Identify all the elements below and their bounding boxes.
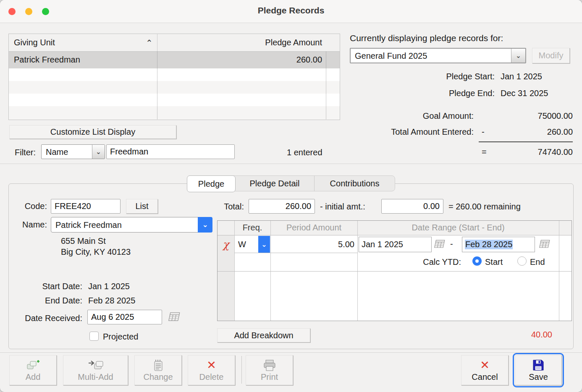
pledge-end-label: Pledge End: [449, 89, 495, 98]
title-bar: Pledge Records [0, 0, 582, 23]
name-label: Name: [8, 220, 47, 230]
add-icon [10, 355, 56, 372]
add-breakdown-button[interactable]: Add Breakdown [217, 328, 310, 342]
multi-add-button-label: Multi-Add [63, 372, 128, 382]
pledge-start-value: Jan 1 2025 [501, 72, 542, 81]
cell-divider [234, 253, 357, 253]
cancel-icon: ✕ [461, 355, 508, 372]
initial-amount-input[interactable] [381, 199, 443, 214]
frequency-combo[interactable]: W ⌄ [235, 236, 270, 253]
code-input[interactable] [51, 199, 121, 214]
date-range-end-input[interactable]: Feb 28 2025 [462, 237, 535, 252]
name-combo[interactable]: Patrick Freedman ⌄ [51, 217, 212, 233]
column-header-giving-unit[interactable]: Giving Unit [14, 38, 55, 47]
date-received-label: Date Received: [8, 314, 82, 323]
multi-add-button[interactable]: Multi-Add [63, 355, 128, 385]
address-line-2: Big City, KY 40123 [61, 247, 131, 257]
end-date-label: End Date: [8, 296, 82, 306]
toolbar-divider [0, 353, 582, 353]
start-date-value: Jan 1 2025 [88, 282, 130, 291]
entered-count: 1 entered [287, 148, 322, 157]
projected-label: Projected [103, 332, 139, 342]
customize-list-display-button[interactable]: Customize List Display [9, 125, 176, 139]
remaining-text: = 260.00 remaining [448, 202, 521, 212]
start-date-label: Start Date: [8, 282, 82, 291]
print-button-label: Print [246, 372, 293, 382]
period-amount-cell[interactable]: 5.00 [272, 240, 354, 249]
giving-unit-table: Giving Unit ⌃ Pledge Amount Patrick Free… [8, 34, 340, 120]
equals-operator: = [482, 147, 487, 157]
delete-button[interactable]: ✕ Delete [188, 355, 235, 385]
code-label: Code: [8, 201, 47, 211]
column-header-pledge-amount[interactable]: Pledge Amount [265, 38, 322, 47]
tab-pledge-detail[interactable]: Pledge Detail [235, 176, 314, 191]
minus-operator: - [482, 127, 485, 137]
calendar-icon[interactable] [434, 240, 446, 251]
column-header-date-range: Date Range (Start - End) [357, 223, 559, 233]
section-divider [0, 164, 582, 164]
total-entered-label: Total Amount Entered: [391, 127, 474, 137]
pledge-end-value: Dec 31 2025 [501, 89, 548, 98]
breakdown-table: Freq. Period Amount Date Range (Start - … [217, 220, 572, 321]
calc-ytd-start-label: Start [485, 257, 503, 267]
tab-contributions[interactable]: Contributions [314, 176, 395, 191]
list-button[interactable]: List [126, 199, 158, 214]
fund-select[interactable]: General Fund 2025 ⌄ [350, 48, 526, 63]
address-line-1: 655 Main St [61, 236, 106, 246]
pledge-amount-value: 260.00 [296, 55, 322, 65]
window-title: Pledge Records [0, 5, 582, 16]
save-button[interactable]: Save [515, 355, 562, 385]
frequency-value: W [235, 236, 258, 253]
table-row-empty [9, 68, 340, 81]
fund-select-value: General Fund 2025 [355, 51, 427, 60]
date-range-separator: - [450, 239, 453, 249]
chevron-down-icon: ⌄ [511, 49, 525, 63]
end-date-value: Feb 28 2025 [88, 296, 135, 306]
date-received-input[interactable] [87, 310, 162, 324]
total-entered-value: 260.00 [547, 127, 573, 137]
print-button[interactable]: Print [246, 355, 293, 385]
chevron-down-icon: ⌄ [198, 217, 212, 233]
filter-input[interactable] [106, 144, 235, 159]
tab-pledge[interactable]: Pledge [187, 175, 236, 192]
date-range-start-value: Jan 1 2025 [362, 240, 403, 249]
toolbar-separator [241, 356, 242, 384]
add-button[interactable]: Add [9, 355, 57, 385]
cancel-button-label: Cancel [461, 372, 508, 382]
delete-button-label: Delete [188, 372, 235, 382]
save-icon [515, 355, 561, 372]
period-total-value: 40.00 [531, 330, 552, 340]
goal-amount-label: Goal Amount: [423, 111, 474, 121]
save-button-label: Save [515, 372, 561, 382]
table-row-empty [9, 94, 340, 106]
sort-ascending-icon[interactable]: ⌃ [146, 38, 153, 48]
change-button-label: Change [135, 372, 181, 382]
projected-checkbox[interactable] [89, 332, 99, 341]
delete-row-icon[interactable]: χ [218, 238, 234, 251]
initial-amount-label: - initial amt.: [320, 202, 365, 212]
date-range-start-input[interactable]: Jan 1 2025 [359, 237, 432, 252]
total-input[interactable] [249, 199, 315, 214]
table-row-empty [9, 81, 340, 94]
column-divider [357, 221, 358, 321]
change-button[interactable]: Change [134, 355, 182, 385]
goal-amount-value: 75000.00 [538, 111, 573, 121]
calc-ytd-start-radio[interactable] [472, 256, 482, 266]
net-remaining-value: 74740.00 [538, 147, 573, 157]
chevron-down-icon: ⌄ [92, 145, 105, 159]
calc-ytd-end-label: End [530, 257, 545, 267]
filter-field-value: Name [46, 147, 68, 157]
column-divider [270, 221, 271, 321]
chevron-down-icon: ⌄ [258, 236, 270, 253]
filter-field-select[interactable]: Name ⌄ [41, 144, 105, 159]
name-combo-value: Patrick Freedman [55, 220, 122, 230]
modify-button[interactable]: Modify [532, 48, 570, 63]
table-row-empty [9, 106, 340, 120]
table-row-selected[interactable]: Patrick Freedman 260.00 [9, 52, 340, 68]
calendar-icon[interactable] [168, 312, 181, 324]
cancel-button[interactable]: ✕ Cancel [461, 355, 509, 385]
save-button-focus-ring: Save [513, 353, 564, 387]
fund-heading: Currently displaying pledge records for: [350, 33, 503, 43]
calc-ytd-end-radio[interactable] [517, 256, 527, 266]
calendar-icon[interactable] [539, 240, 551, 251]
